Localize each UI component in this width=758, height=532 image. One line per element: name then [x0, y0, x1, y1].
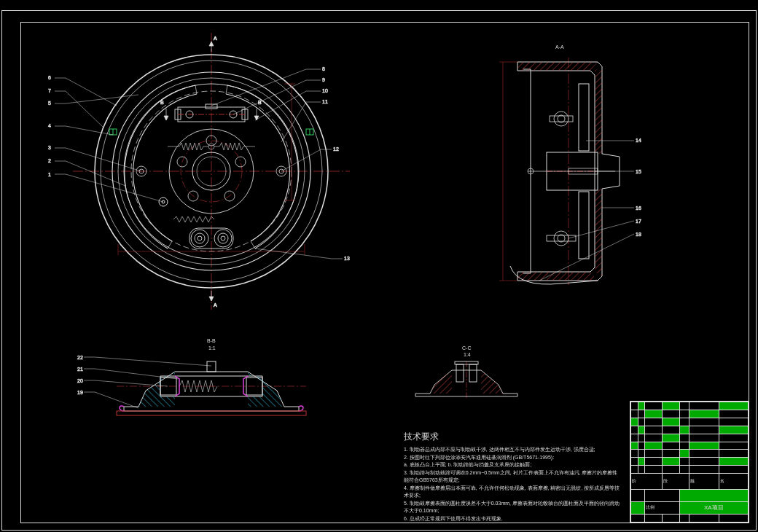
svg-rect-109: [550, 116, 573, 122]
svg-text:14: 14: [636, 138, 641, 143]
svg-text:20: 20: [77, 378, 83, 383]
svg-rect-134: [207, 361, 216, 372]
svg-rect-106: [579, 192, 589, 259]
svg-text:1:4: 1:4: [464, 352, 471, 357]
section-b: B-B 1:1: [77, 338, 306, 415]
svg-point-111: [558, 235, 565, 242]
svg-point-31: [218, 233, 228, 243]
svg-text:10: 10: [322, 88, 328, 93]
svg-text:1:1: 1:1: [208, 345, 216, 351]
svg-point-108: [558, 115, 565, 122]
svg-text:19: 19: [77, 390, 83, 395]
svg-text:6: 6: [48, 75, 51, 80]
svg-text:21: 21: [77, 367, 83, 372]
svg-text:B-B: B-B: [207, 338, 216, 343]
tech-req-item: 5. 制动鼓摩擦表面的圆柱度误差不大于0.03mm, 摩擦表面对轮毂轴台的圆柱面…: [404, 500, 622, 515]
svg-line-145: [95, 357, 211, 366]
svg-line-136: [95, 392, 138, 408]
tb-col3: 姓: [689, 474, 719, 490]
svg-rect-151: [456, 364, 464, 382]
svg-line-62: [66, 91, 103, 128]
tech-req-title: 技术要求: [404, 430, 622, 443]
svg-text:12: 12: [333, 146, 339, 152]
tb-scale-label: 比例: [645, 501, 680, 514]
svg-rect-152: [469, 364, 477, 382]
svg-point-29: [198, 236, 202, 240]
svg-rect-112: [547, 235, 576, 241]
svg-marker-54: [209, 297, 214, 301]
tb-company: XA项目: [679, 501, 748, 514]
svg-text:A: A: [214, 302, 217, 308]
svg-text:15: 15: [636, 169, 641, 174]
svg-text:5: 5: [48, 101, 51, 106]
cad-viewport: B B A A 7 6 5 4: [0, 0, 758, 532]
svg-text:22: 22: [77, 355, 83, 360]
svg-line-80: [66, 174, 163, 202]
svg-point-107: [554, 112, 568, 126]
svg-text:2: 2: [48, 158, 51, 163]
section-a: A-A: [499, 44, 641, 285]
svg-text:C-C: C-C: [462, 345, 471, 351]
svg-text:3: 3: [48, 145, 51, 150]
svg-text:A: A: [214, 36, 217, 41]
tech-req-item: 6. 总成经正常规四下使用不得发出卡死现象.: [404, 515, 622, 523]
svg-marker-45: [164, 116, 168, 120]
svg-point-32: [221, 236, 225, 240]
svg-line-92: [281, 102, 306, 142]
svg-text:1: 1: [48, 172, 51, 177]
svg-line-71: [66, 126, 113, 135]
svg-point-27: [191, 230, 208, 247]
svg-marker-51: [209, 42, 214, 46]
svg-point-110: [554, 231, 568, 246]
tech-req-item: 3. 制动蹄与制动鼓蹄可调在0.2mm~0.5mm之间, 衬片工作表面上不允许有…: [404, 469, 622, 485]
svg-text:17: 17: [636, 219, 641, 224]
svg-text:16: 16: [636, 206, 641, 211]
tech-req-item: 2. 按图时往下列部位涂添安汽车通用硅基润滑剂 (GB/T5671-1995):: [404, 454, 622, 462]
tech-req-item: 1. 制动器总成内部不应与制动鼓干涉, 达两件相互不与内部件发生运动干涉, 强度…: [404, 446, 622, 454]
svg-line-142: [95, 369, 178, 379]
svg-text:B: B: [160, 100, 164, 105]
title-block: 阶段姓名 比例XA项目: [630, 401, 749, 523]
svg-text:4: 4: [48, 123, 51, 128]
svg-line-89: [255, 91, 306, 120]
svg-text:9: 9: [322, 77, 325, 82]
svg-line-65: [66, 78, 117, 106]
svg-text:11: 11: [322, 99, 328, 104]
tech-req-item: 4. 摩擦制件做摩擦层出本面可靠, 不允许任何松动现象, 表面摩擦, 精密出无脱…: [404, 485, 622, 500]
technical-requirements: 技术要求 1. 制动器总成内部不应与制动鼓干涉, 达两件相互不与内部件发生运动干…: [404, 430, 622, 523]
svg-line-74: [66, 148, 141, 171]
tb-col2: 段: [662, 474, 689, 490]
svg-point-15: [235, 157, 246, 167]
svg-text:7: 7: [48, 88, 51, 93]
svg-point-28: [195, 233, 205, 243]
title-block-table: 阶段姓名 比例XA项目: [630, 402, 749, 523]
svg-rect-135: [117, 411, 306, 415]
front-view: B B A A 7 6 5 4: [48, 33, 350, 310]
tb-col1: 阶: [631, 474, 663, 490]
svg-text:18: 18: [636, 232, 641, 237]
tb-col4: 名: [719, 474, 748, 490]
tech-req-item: a. 底板凸台上平面; b. 制动蹄筋与挡盖及支承座的接触面;: [404, 461, 622, 469]
svg-text:8: 8: [322, 66, 325, 71]
svg-point-30: [214, 230, 232, 247]
svg-text:A-A: A-A: [555, 44, 564, 50]
section-c: C-C 1:4: [415, 345, 517, 399]
tb-drawing-no: [679, 489, 748, 501]
svg-text:13: 13: [344, 256, 350, 261]
